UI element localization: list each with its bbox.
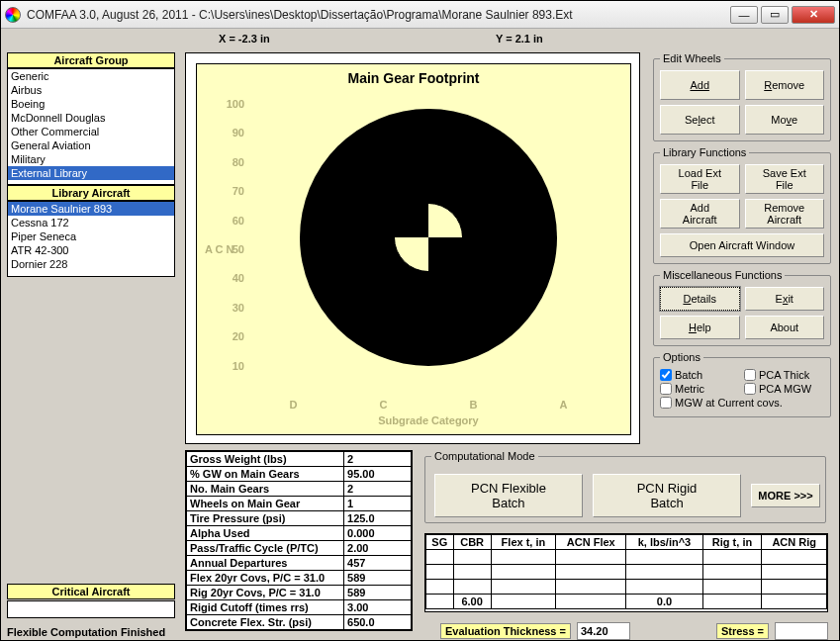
exit-button[interactable]: Exit xyxy=(745,287,825,311)
batch-checkbox[interactable]: Batch xyxy=(660,369,740,381)
table-row[interactable]: No. Main Gears2 xyxy=(187,482,412,497)
metric-checkbox[interactable]: Metric xyxy=(660,383,740,395)
list-item[interactable]: Cessna 172 xyxy=(8,216,174,229)
table-row[interactable]: Gross Weight (lbs)2 xyxy=(187,452,412,467)
table-row[interactable]: Concrete Flex. Str. (psi)650.0 xyxy=(187,615,412,630)
misc-functions-legend: Miscellaneous Functions xyxy=(660,269,785,281)
more-button[interactable]: MORE >>> xyxy=(751,484,820,507)
details-button[interactable]: Details xyxy=(660,287,740,311)
minimize-button[interactable]: — xyxy=(730,6,758,24)
load-ext-file-button[interactable]: Load Ext File xyxy=(660,164,740,194)
close-button[interactable]: ✕ xyxy=(792,6,835,24)
aircraft-group-header: Aircraft Group xyxy=(7,52,175,68)
computational-mode-legend: Computational Mode xyxy=(431,450,538,462)
wheel-icon xyxy=(394,203,463,272)
chart-inner: Main Gear Footprint Subgrade Category A … xyxy=(196,63,631,435)
coord-x: X = -2.3 in xyxy=(189,33,378,45)
maximize-button[interactable]: ▭ xyxy=(761,6,789,24)
options-group: Options Batch PCA Thick Metric PCA MGW M… xyxy=(653,351,831,417)
save-ext-file-button[interactable]: Save Ext File xyxy=(745,164,825,194)
coord-y: Y = 2.1 in xyxy=(378,33,661,45)
help-button[interactable]: Help xyxy=(660,316,740,339)
eval-thickness-label: Evaluation Thickness = xyxy=(440,623,571,639)
aircraft-group-list[interactable]: GenericAirbusBoeingMcDonnell DouglasOthe… xyxy=(7,68,175,185)
select-button[interactable]: Select xyxy=(660,105,740,135)
stress-label: Stress = xyxy=(716,623,769,639)
x-axis-label: Subgrade Category xyxy=(248,414,608,426)
left-column: Aircraft Group GenericAirbusBoeingMcDonn… xyxy=(7,52,175,638)
library-functions-group: Library Functions Load Ext File Save Ext… xyxy=(653,146,831,264)
comp-buttons: PCN Flexible Batch PCN Rigid Batch MORE … xyxy=(434,474,820,517)
client-area: X = -2.3 in Y = 2.1 in Aircraft Group Ge… xyxy=(1,29,839,640)
list-item[interactable]: ATR 42-300 xyxy=(8,243,174,257)
list-item[interactable]: External Library xyxy=(8,166,174,180)
list-item[interactable]: Piper Seneca xyxy=(8,229,174,243)
window-title: COMFAA 3.0, August 26, 2011 - C:\Users\i… xyxy=(27,8,730,22)
chart-title: Main Gear Footprint xyxy=(197,70,630,86)
move-button[interactable]: Move xyxy=(745,105,825,135)
critical-aircraft-header: Critical Aircraft xyxy=(7,584,175,599)
properties-table[interactable]: Gross Weight (lbs)2% GW on Main Gears95.… xyxy=(185,450,413,631)
edit-wheels-group: Edit Wheels Add Remove Select Move xyxy=(653,52,831,141)
app-icon xyxy=(5,7,21,23)
library-aircraft-list[interactable]: Morane Saulnier 893Cessna 172Piper Senec… xyxy=(7,201,175,277)
list-item[interactable]: Generic xyxy=(8,69,174,83)
app-window: COMFAA 3.0, August 26, 2011 - C:\Users\i… xyxy=(0,0,840,641)
results-table[interactable]: SGCBRFlex t, inACN Flexk, lbs/in^3Rig t,… xyxy=(424,533,828,612)
list-item[interactable]: Other Commercial xyxy=(8,125,174,138)
pcn-rigid-button[interactable]: PCN Rigid Batch xyxy=(593,474,741,517)
open-aircraft-window-button[interactable]: Open Aircraft Window xyxy=(660,233,824,257)
remove-button[interactable]: Remove xyxy=(745,70,825,100)
right-column: Edit Wheels Add Remove Select Move Libra… xyxy=(653,52,831,422)
table-row[interactable]: Annual Departures457 xyxy=(187,556,412,571)
table-row[interactable]: Alpha Used0.000 xyxy=(187,526,412,541)
add-aircraft-button[interactable]: Add Aircraft xyxy=(660,199,740,229)
chart-panel: Main Gear Footprint Subgrade Category A … xyxy=(185,52,640,444)
stress-value[interactable] xyxy=(775,622,828,640)
table-row[interactable]: % GW on Main Gears95.00 xyxy=(187,467,412,482)
list-item[interactable]: General Aviation xyxy=(8,138,174,152)
remove-aircraft-button[interactable]: Remove Aircraft xyxy=(745,199,825,229)
list-item[interactable]: Dornier 228 xyxy=(8,257,174,271)
library-aircraft-header: Library Aircraft xyxy=(7,185,175,201)
pcn-flexible-button[interactable]: PCN Flexible Batch xyxy=(434,474,583,517)
critical-aircraft-box[interactable] xyxy=(7,600,175,618)
library-functions-legend: Library Functions xyxy=(660,146,749,158)
chart-plot[interactable]: Subgrade Category A C N 1020304050607080… xyxy=(248,104,608,395)
list-item[interactable]: McDonnell Douglas xyxy=(8,111,174,125)
add-button[interactable]: Add xyxy=(660,70,740,100)
table-row[interactable]: Wheels on Main Gear1 xyxy=(187,497,412,511)
list-item[interactable]: Airbus xyxy=(8,83,174,97)
table-row[interactable]: Rig 20yr Covs, P/C = 31.0589 xyxy=(187,586,412,600)
edit-wheels-legend: Edit Wheels xyxy=(660,52,724,64)
cursor-coords: X = -2.3 in Y = 2.1 in xyxy=(189,33,661,45)
options-legend: Options xyxy=(660,351,703,363)
list-item[interactable]: Boeing xyxy=(8,97,174,111)
pca-thick-checkbox[interactable]: PCA Thick xyxy=(744,369,824,381)
bottom-row: Evaluation Thickness = 34.20 Stress = xyxy=(424,622,828,640)
about-button[interactable]: About xyxy=(745,316,825,339)
misc-functions-group: Miscellaneous Functions Details Exit Hel… xyxy=(653,269,831,346)
table-row[interactable]: Flex 20yr Covs, P/C = 31.0589 xyxy=(187,571,412,586)
table-row[interactable]: Tire Pressure (psi)125.0 xyxy=(187,511,412,526)
table-row[interactable]: Rigid Cutoff (times rrs)3.00 xyxy=(187,600,412,615)
titlebar: COMFAA 3.0, August 26, 2011 - C:\Users\i… xyxy=(1,1,839,29)
mgw-current-checkbox[interactable]: MGW at Current covs. xyxy=(660,397,824,409)
list-item[interactable]: Military xyxy=(8,152,174,166)
status-text: Flexible Computation Finished xyxy=(7,626,175,638)
eval-thickness-value[interactable]: 34.20 xyxy=(577,622,630,640)
list-item[interactable]: Morane Saulnier 893 xyxy=(8,202,174,216)
table-row[interactable]: Pass/Traffic Cycle (P/TC)2.00 xyxy=(187,541,412,556)
pca-mgw-checkbox[interactable]: PCA MGW xyxy=(744,383,824,395)
